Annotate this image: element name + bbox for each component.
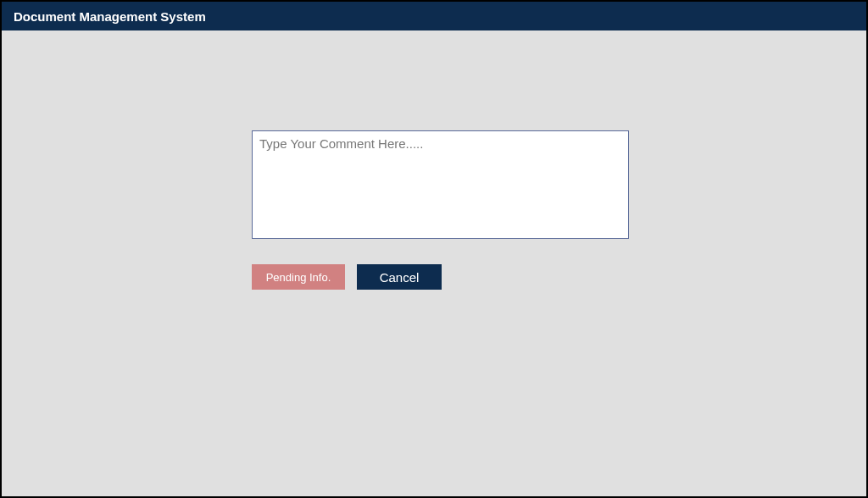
comment-input[interactable] xyxy=(252,130,629,239)
app-header: Document Management System xyxy=(2,2,866,30)
app-frame: Document Management System Pending Info.… xyxy=(0,0,868,498)
cancel-button[interactable]: Cancel xyxy=(357,264,442,290)
content-area: Pending Info. Cancel xyxy=(2,30,866,496)
app-title: Document Management System xyxy=(14,9,206,24)
pending-info-button[interactable]: Pending Info. xyxy=(252,264,345,290)
button-row: Pending Info. Cancel xyxy=(252,264,442,290)
